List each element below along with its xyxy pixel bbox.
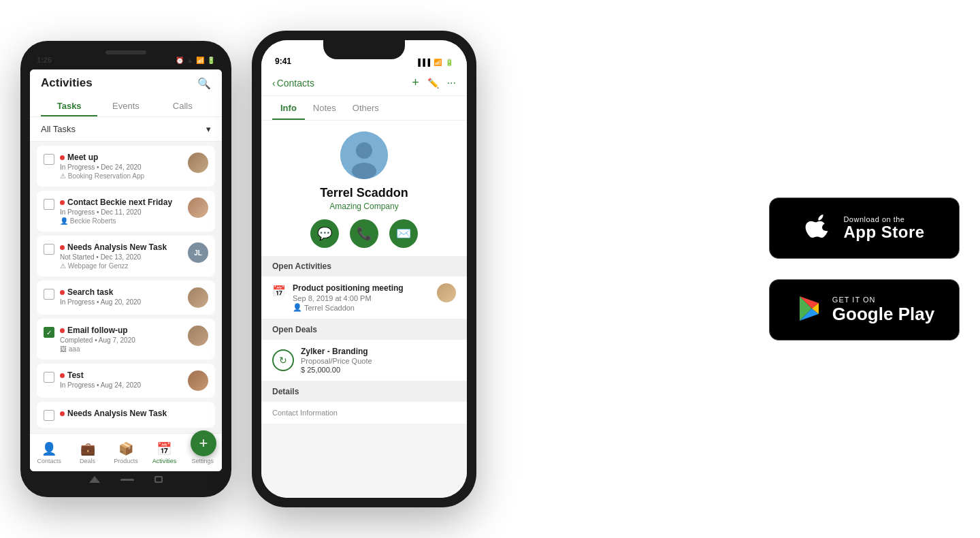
google-play-text: GET IT ON Google Play — [832, 296, 934, 325]
bottom-nav-contacts[interactable]: 👤 Contacts — [30, 434, 68, 471]
task-content-6: Test In Progress • Aug 24, 2020 — [60, 370, 182, 389]
task-item-4[interactable]: Search task In Progress • Aug 20, 2020 — [37, 281, 215, 315]
sms-button[interactable]: 💬 — [310, 219, 339, 248]
task-content-4: Search task In Progress • Aug 20, 2020 — [60, 287, 182, 306]
add-icon[interactable]: + — [412, 76, 419, 90]
task-checkbox-2[interactable] — [44, 199, 54, 210]
back-button[interactable]: ‹ Contacts — [272, 78, 314, 89]
activity-assignee: 👤 Terrel Scaddon — [293, 303, 430, 312]
deal-amount: $ 25,000.00 — [301, 366, 456, 374]
activities-nav-icon: 📅 — [157, 441, 172, 456]
tab-info[interactable]: Info — [272, 96, 305, 120]
phones-container: 1:26 ⏰ ▲ 📶 🔋 Activities 🔍 Tasks — [20, 31, 476, 507]
signal-icon: ▲ — [186, 57, 193, 64]
deal-stage: Proposal/Price Quote — [301, 357, 456, 365]
settings-nav-label: Settings — [192, 458, 214, 464]
task-checkbox-5[interactable]: ✓ — [44, 327, 54, 338]
android-status-icons: ⏰ ▲ 📶 🔋 — [176, 57, 215, 64]
home-nav[interactable] — [120, 479, 134, 481]
svg-point-2 — [352, 163, 376, 179]
task-meta-1: In Progress • Dec 24, 2020 — [60, 163, 182, 171]
bottom-nav-activities[interactable]: 📅 Activities — [145, 434, 183, 471]
products-nav-label: Products — [114, 458, 138, 464]
products-nav-icon: 📦 — [118, 441, 133, 456]
contact-avatar — [340, 131, 388, 179]
edit-icon[interactable]: ✏️ — [427, 78, 439, 89]
task-title-6: Test — [60, 370, 182, 380]
iphone-screen: 9:41 ▐▐▐ 📶 🔋 ‹ Contacts + ✏️ — [261, 40, 467, 498]
search-icon[interactable]: 🔍 — [197, 77, 211, 90]
tab-events[interactable]: Events — [97, 95, 154, 116]
signal-bars-icon: ▐▐▐ — [416, 59, 430, 66]
contacts-nav-icon: 👤 — [42, 441, 56, 456]
contact-name: Terrel Scaddon — [320, 186, 408, 200]
all-tasks-row[interactable]: All Tasks ▾ — [30, 117, 222, 142]
activity-item[interactable]: 📅 Product positioning meeting Sep 8, 201… — [261, 276, 467, 319]
task-content-1: Meet up In Progress • Dec 24, 2020 ⚠ Boo… — [60, 153, 182, 180]
task-item-6[interactable]: Test In Progress • Aug 24, 2020 — [37, 364, 215, 398]
task-sub-1: ⚠ Booking Reservation App — [60, 172, 182, 180]
android-time: 1:26 — [37, 56, 52, 64]
bottom-nav-deals[interactable]: 💼 Deals — [68, 434, 106, 471]
task-title-7: Needs Analysis New Task — [60, 409, 208, 418]
task-item[interactable]: Meet up In Progress • Dec 24, 2020 ⚠ Boo… — [37, 146, 215, 187]
tab-tasks[interactable]: Tasks — [41, 95, 97, 116]
task-item-3[interactable]: Needs Analysis New Task Not Started • De… — [37, 236, 215, 276]
priority-dot-3 — [60, 245, 65, 250]
fab-add[interactable]: + — [191, 430, 216, 456]
priority-dot-5 — [60, 328, 65, 333]
apple-icon — [804, 210, 834, 247]
google-play-large-text: Google Play — [832, 304, 934, 325]
battery-iphone-icon: 🔋 — [445, 59, 453, 66]
iphone-content: Terrel Scaddon Amazing Company 💬 📞 ✉️ Op… — [261, 121, 467, 498]
android-camera-row: 1:26 ⏰ ▲ 📶 🔋 — [30, 50, 222, 69]
task-meta-2: In Progress • Dec 11, 2020 — [60, 208, 182, 216]
details-subtitle: Contact Information — [272, 409, 456, 417]
android-title-row: Activities 🔍 — [41, 76, 211, 90]
task-checkbox-1[interactable] — [44, 154, 54, 165]
android-screen: Activities 🔍 Tasks Events Calls All Task… — [30, 69, 222, 471]
task-avatar-1 — [188, 153, 208, 173]
task-avatar-5 — [188, 326, 208, 346]
deal-item[interactable]: ↻ Zylker - Branding Proposal/Price Quote… — [261, 340, 467, 381]
task-content-2: Contact Beckie next Friday In Progress •… — [60, 197, 182, 225]
more-icon[interactable]: ··· — [447, 77, 456, 89]
task-checkbox-4[interactable] — [44, 289, 54, 300]
app-store-badge[interactable]: Download on the App Store — [769, 197, 960, 259]
android-phone: 1:26 ⏰ ▲ 📶 🔋 Activities 🔍 Tasks — [20, 41, 231, 497]
google-play-badge[interactable]: GET IT ON Google Play — [769, 279, 960, 341]
tab-notes[interactable]: Notes — [305, 96, 344, 120]
task-checkbox-7[interactable] — [44, 410, 54, 421]
task-avatar-4 — [188, 287, 208, 308]
priority-dot-7 — [60, 411, 65, 416]
tab-calls[interactable]: Calls — [154, 95, 211, 116]
task-sub-2: 👤 Beckie Roberts — [60, 217, 182, 225]
back-nav[interactable] — [89, 476, 100, 483]
task-title-1: Meet up — [60, 153, 182, 162]
task-item-7[interactable]: Needs Analysis New Task — [37, 402, 215, 428]
email-button[interactable]: ✉️ — [389, 219, 418, 248]
iphone-nav-bar: ‹ Contacts + ✏️ ··· — [261, 70, 467, 96]
wifi-iphone-icon: 📶 — [434, 59, 442, 66]
task-item-5[interactable]: ✓ Email follow-up Completed • Aug 7, 202… — [37, 319, 215, 360]
activity-meta: Sep 8, 2019 at 4:00 PM — [293, 294, 430, 302]
details-section: Contact Information — [261, 402, 467, 424]
call-button[interactable]: 📞 — [350, 219, 378, 248]
task-avatar-6 — [188, 370, 208, 391]
task-meta-3: Not Started • Dec 13, 2020 — [60, 253, 182, 261]
deals-nav-icon: 💼 — [80, 441, 95, 456]
task-title-4: Search task — [60, 287, 182, 297]
activities-nav-label: Activities — [152, 458, 177, 464]
badges-container: Download on the App Store GET IT ON Goog… — [769, 197, 960, 341]
recents-nav[interactable] — [154, 476, 163, 483]
task-checkbox-6[interactable] — [44, 372, 54, 383]
tab-others[interactable]: Others — [344, 96, 387, 120]
activity-avatar — [437, 283, 456, 302]
wifi-icon: 📶 — [196, 57, 204, 64]
task-title-5: Email follow-up — [60, 326, 182, 335]
deal-name: Zylker - Branding — [301, 347, 456, 356]
bottom-nav-products[interactable]: 📦 Products — [107, 434, 145, 471]
task-item-2[interactable]: Contact Beckie next Friday In Progress •… — [37, 191, 215, 232]
calendar-icon: 📅 — [272, 285, 286, 298]
task-checkbox-3[interactable] — [44, 244, 54, 255]
